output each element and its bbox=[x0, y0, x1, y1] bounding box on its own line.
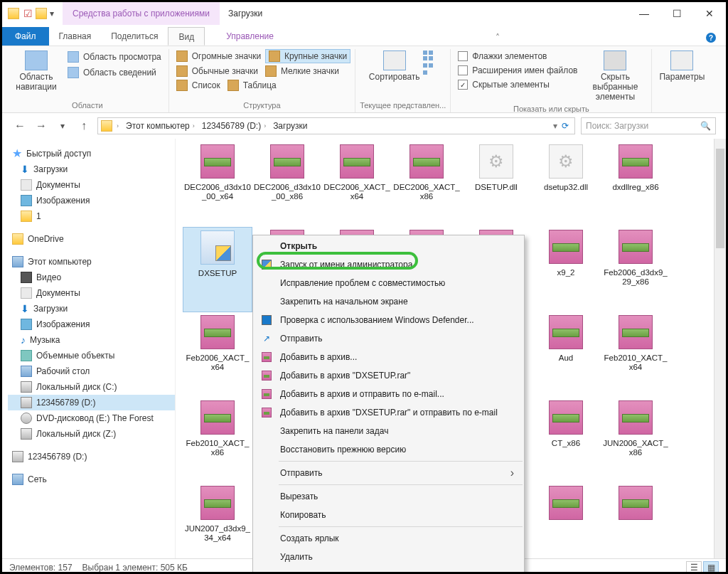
sidebar-drive-d[interactable]: 123456789 (D:) bbox=[8, 395, 175, 410]
hide-selected-button[interactable]: Скрыть выбранные элементы bbox=[583, 49, 647, 103]
sidebar-local-c[interactable]: Локальный диск (C:) bbox=[8, 379, 175, 395]
extra-large-icons-button[interactable]: Огромные значки bbox=[173, 49, 264, 63]
hidden-items-toggle[interactable]: ✓Скрытые элементы bbox=[455, 79, 580, 90]
sidebar-network[interactable]: Сеть bbox=[8, 472, 175, 487]
forward-button[interactable]: → bbox=[33, 118, 49, 134]
file-item[interactable]: DEC2006_d3dx10_00_x64 bbox=[183, 142, 252, 227]
sidebar-folder-1[interactable]: 1 bbox=[8, 208, 175, 224]
sidebar-desktop[interactable]: Рабочий стол bbox=[8, 363, 175, 379]
file-item[interactable]: dsetup32.dll bbox=[531, 142, 601, 227]
file-item[interactable]: Feb2010_XACT_x86 bbox=[183, 398, 252, 483]
file-item[interactable]: dxdllreg_x86 bbox=[601, 142, 670, 227]
sidebar-music[interactable]: ♪Музыка bbox=[8, 332, 175, 348]
up-button[interactable]: ↑ bbox=[76, 118, 92, 134]
checkbox-icon[interactable]: ☑ bbox=[23, 8, 33, 19]
file-item[interactable] bbox=[531, 483, 601, 558]
search-input[interactable]: Поиск: Загрузки 🔍 bbox=[581, 117, 716, 134]
sidebar-3d-objects[interactable]: Объемные объекты bbox=[8, 348, 175, 363]
file-item[interactable]: Feb2006_XACT_x64 bbox=[183, 312, 252, 398]
file-item[interactable]: x9_2 bbox=[531, 227, 601, 312]
filename-extensions-toggle[interactable]: Расширения имен файлов bbox=[455, 65, 580, 76]
ctx-add-email[interactable]: Добавить в архив и отправить по e-mail..… bbox=[253, 385, 524, 403]
large-icons-button[interactable]: Крупные значки bbox=[265, 49, 350, 63]
sort-button[interactable]: Сортировать bbox=[369, 49, 420, 83]
file-item[interactable]: CT_x86 bbox=[531, 398, 601, 483]
medium-icons-button[interactable]: Обычные значки bbox=[173, 65, 261, 78]
back-button[interactable]: ← bbox=[12, 118, 28, 134]
file-item[interactable]: DXSETUP bbox=[183, 227, 252, 312]
ctx-defender[interactable]: Проверка с использованием Windows Defend… bbox=[253, 311, 524, 329]
details-pane-button[interactable]: Область сведений bbox=[65, 66, 164, 79]
sidebar-quick-access[interactable]: ★Быстрый доступ bbox=[8, 146, 175, 161]
address-bar[interactable]: › Этот компьютер› 123456789 (D:)› Загруз… bbox=[97, 117, 575, 134]
breadcrumb-drive[interactable]: 123456789 (D:)› bbox=[199, 121, 269, 131]
ctx-pin-start[interactable]: Закрепить на начальном экране bbox=[253, 292, 524, 311]
ctx-open[interactable]: Открыть bbox=[253, 237, 524, 255]
sidebar-drive-d-root[interactable]: 123456789 (D:) bbox=[8, 449, 175, 464]
chevron-down-icon[interactable]: ▾ bbox=[50, 9, 54, 18]
details-view-button[interactable]: ☰ bbox=[686, 561, 702, 574]
maximize-button[interactable]: ☐ bbox=[660, 2, 693, 25]
refresh-icon[interactable]: ⟳ bbox=[559, 121, 572, 131]
sidebar-videos[interactable]: Видео bbox=[8, 270, 175, 285]
crumb-separator[interactable]: › bbox=[114, 122, 122, 129]
group-by-icon[interactable] bbox=[423, 51, 433, 60]
file-item[interactable]: Feb2010_XACT_x64 bbox=[601, 312, 670, 398]
options-button[interactable]: Параметры bbox=[656, 49, 707, 83]
ctx-pin-taskbar[interactable]: Закрепить на панели задач bbox=[253, 422, 524, 440]
file-item[interactable]: DEC2006_XACT_x86 bbox=[392, 142, 461, 227]
sidebar-pictures[interactable]: Изображения bbox=[8, 317, 175, 332]
sidebar-this-pc[interactable]: Этот компьютер bbox=[8, 254, 175, 270]
ctx-delete[interactable]: Удалить bbox=[253, 548, 524, 566]
ctx-run-as-admin[interactable]: Запуск от имени администратора bbox=[253, 255, 524, 274]
file-item[interactable]: Feb2006_d3dx9_29_x86 bbox=[601, 227, 670, 312]
nav-pane-button[interactable]: Область навигации bbox=[11, 49, 62, 93]
ctx-copy[interactable]: Копировать bbox=[253, 506, 524, 524]
preview-pane-button[interactable]: Область просмотра bbox=[65, 51, 164, 63]
ctx-add-email-named[interactable]: Добавить в архив "DXSETUP.rar" и отправи… bbox=[253, 403, 524, 422]
ctx-share[interactable]: ↗Отправить bbox=[253, 329, 524, 348]
file-item[interactable] bbox=[601, 483, 670, 558]
folder-icon[interactable] bbox=[36, 8, 47, 19]
sidebar-downloads[interactable]: ⬇Загрузки bbox=[8, 161, 175, 177]
ctx-restore[interactable]: Восстановить прежнюю версию bbox=[253, 440, 524, 459]
add-columns-icon[interactable] bbox=[423, 63, 433, 68]
file-item[interactable]: JUN2007_d3dx9_34_x64 bbox=[183, 483, 252, 558]
sidebar-pictures[interactable]: Изображения bbox=[8, 193, 175, 208]
breadcrumb-pc[interactable]: Этот компьютер› bbox=[123, 121, 198, 131]
sidebar-documents[interactable]: Документы bbox=[8, 177, 175, 193]
recent-locations-button[interactable]: ▾ bbox=[55, 118, 70, 134]
ctx-send-to[interactable]: Отправить bbox=[253, 464, 524, 482]
file-item[interactable]: JUN2006_XACT_x86 bbox=[601, 398, 670, 483]
ctx-create-shortcut[interactable]: Создать ярлык bbox=[253, 529, 524, 548]
tab-home[interactable]: Главная bbox=[49, 27, 102, 46]
sidebar-onedrive[interactable]: OneDrive bbox=[8, 231, 175, 247]
file-item[interactable]: DEC2006_XACT_x64 bbox=[322, 142, 392, 227]
breadcrumb-folder[interactable]: Загрузки bbox=[270, 121, 310, 131]
item-checkboxes-toggle[interactable]: Флажки элементов bbox=[455, 51, 580, 62]
history-dropdown-icon[interactable]: ▾ bbox=[553, 121, 557, 131]
close-button[interactable]: ✕ bbox=[693, 2, 726, 25]
file-item[interactable]: Aud bbox=[531, 312, 601, 398]
ctx-cut[interactable]: Вырезать bbox=[253, 487, 524, 506]
ctx-add-archive-named[interactable]: Добавить в архив "DXSETUP.rar" bbox=[253, 366, 524, 385]
icons-view-button[interactable]: ▦ bbox=[703, 561, 719, 574]
minimize-button[interactable]: — bbox=[628, 2, 660, 25]
tab-view[interactable]: Вид bbox=[168, 27, 205, 46]
scrollbar-thumb[interactable] bbox=[716, 149, 724, 248]
file-item[interactable]: DSETUP.dll bbox=[461, 142, 531, 227]
small-icons-button[interactable]: Мелкие значки bbox=[262, 65, 342, 78]
sidebar-documents[interactable]: Документы bbox=[8, 285, 175, 301]
details-button[interactable]: Таблица bbox=[225, 79, 279, 92]
tab-share[interactable]: Поделиться bbox=[101, 27, 168, 46]
list-button[interactable]: Список bbox=[173, 79, 223, 92]
tab-file[interactable]: Файл bbox=[2, 27, 49, 46]
sidebar-downloads[interactable]: ⬇Загрузки bbox=[8, 301, 175, 317]
ctx-add-archive[interactable]: Добавить в архив... bbox=[253, 348, 524, 366]
ctx-troubleshoot[interactable]: Исправление проблем с совместимостью bbox=[253, 274, 524, 292]
collapse-ribbon-icon[interactable]: ˄ bbox=[496, 33, 500, 46]
tab-manage[interactable]: Управление bbox=[205, 27, 295, 46]
size-columns-icon[interactable] bbox=[423, 70, 433, 75]
vertical-scrollbar[interactable] bbox=[714, 139, 726, 558]
file-item[interactable]: DEC2006_d3dx10_00_x86 bbox=[252, 142, 322, 227]
